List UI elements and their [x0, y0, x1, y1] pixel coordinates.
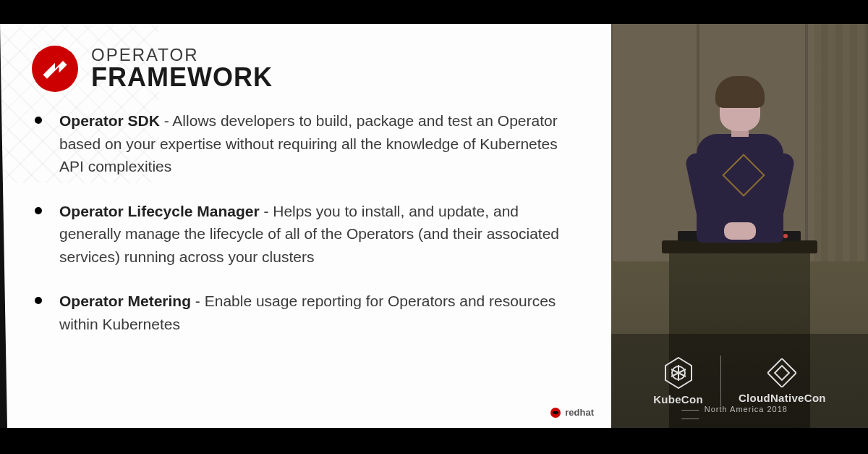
- bullet-term: Operator SDK: [59, 112, 160, 129]
- slide-title-main: FRAMEWORK: [91, 64, 273, 91]
- video-frame: OPERATOR FRAMEWORK Operator SDK - Allows…: [0, 24, 868, 428]
- list-item: Operator Metering - Enable usage reporti…: [59, 290, 579, 335]
- speaker: [682, 80, 798, 254]
- list-item: Operator SDK - Allows developers to buil…: [59, 109, 579, 178]
- brand-label: redhat: [565, 407, 594, 418]
- divider: [720, 356, 721, 406]
- svg-rect-9: [775, 366, 789, 380]
- slide-brand-footer: redhat: [550, 407, 594, 418]
- speaker-camera-feed: KubeCon CloudNativeCon North America 201…: [611, 24, 868, 428]
- kubecon-icon: [664, 357, 693, 389]
- bullet-term: Operator Lifecycle Manager: [59, 203, 260, 219]
- conference-watermark: KubeCon CloudNativeCon North America 201…: [611, 334, 868, 428]
- operator-framework-icon: [32, 46, 78, 92]
- bullet-term: Operator Metering: [59, 293, 191, 309]
- list-item: Operator Lifecycle Manager - Helps you t…: [59, 200, 579, 269]
- conference-subtitle: North America 2018: [676, 405, 804, 422]
- redhat-icon: [550, 408, 561, 418]
- slide-title-row: OPERATOR FRAMEWORK: [32, 46, 579, 92]
- presentation-slide: OPERATOR FRAMEWORK Operator SDK - Allows…: [0, 24, 611, 428]
- cloudnativecon-label: CloudNativeCon: [739, 392, 826, 404]
- cloudnativecon-icon: [767, 358, 796, 387]
- svg-rect-8: [768, 358, 797, 387]
- slide-bullet-list: Operator SDK - Allows developers to buil…: [32, 109, 579, 335]
- kubecon-label: KubeCon: [653, 393, 703, 405]
